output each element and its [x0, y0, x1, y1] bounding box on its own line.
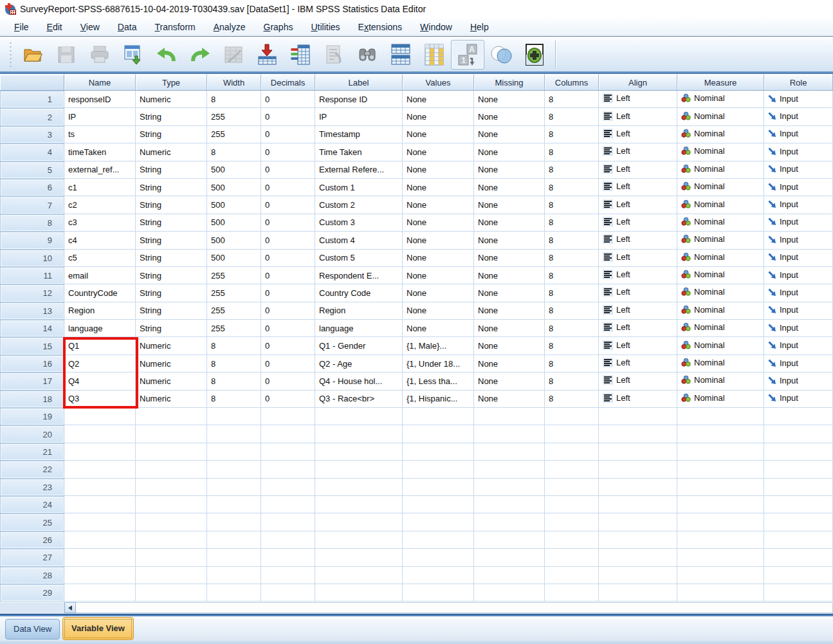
cell-label[interactable]: Q4 - House hol... — [315, 373, 403, 390]
recall-dialogs-icon[interactable] — [116, 40, 150, 69]
cell-decimals[interactable]: 0 — [261, 232, 315, 249]
cell-measure[interactable]: Nominal — [677, 337, 764, 354]
empty-cell[interactable] — [315, 513, 403, 531]
column-header-name[interactable]: Name — [64, 74, 136, 91]
empty-cell[interactable] — [677, 549, 764, 566]
empty-cell[interactable] — [136, 408, 207, 425]
cell-missing[interactable]: None — [474, 267, 545, 284]
cell-width[interactable]: 8 — [207, 337, 261, 354]
cell-values[interactable]: {1, Male}... — [403, 337, 474, 354]
cell-missing[interactable]: None — [474, 91, 545, 108]
cell-decimals[interactable]: 0 — [261, 214, 315, 232]
scroll-left-button[interactable] — [64, 602, 76, 613]
cell-values[interactable]: None — [403, 232, 474, 249]
cell-name[interactable]: ts — [64, 126, 136, 143]
cell-align[interactable]: Left — [599, 391, 677, 408]
cell-measure[interactable]: Nominal — [677, 320, 764, 337]
empty-cell[interactable] — [136, 479, 207, 496]
column-header-label[interactable]: Label — [315, 74, 403, 91]
cell-align[interactable]: Left — [599, 267, 677, 284]
empty-cell[interactable] — [403, 479, 474, 496]
cell-values[interactable]: None — [403, 284, 474, 302]
cell-measure[interactable]: Nominal — [677, 91, 764, 108]
cell-columns[interactable]: 8 — [545, 284, 599, 302]
empty-cell[interactable] — [545, 479, 599, 496]
cell-values[interactable]: None — [403, 126, 474, 143]
cell-columns[interactable]: 8 — [545, 126, 599, 143]
cell-name[interactable]: c5 — [64, 250, 136, 267]
cell-align[interactable]: Left — [599, 373, 677, 390]
cell-type[interactable]: Numeric — [136, 355, 207, 373]
empty-cell[interactable] — [599, 479, 677, 496]
empty-cell[interactable] — [677, 496, 764, 513]
cell-align[interactable]: Left — [599, 284, 677, 302]
empty-cell[interactable] — [474, 479, 545, 496]
cell-role[interactable]: Input — [764, 161, 833, 179]
menu-utilities[interactable]: Utilities — [302, 19, 349, 35]
row-number-14[interactable]: 14 — [0, 320, 64, 337]
cell-width[interactable]: 8 — [207, 373, 261, 390]
open-data-document-icon[interactable] — [16, 40, 50, 69]
undo-icon[interactable] — [150, 40, 183, 69]
cell-align[interactable]: Left — [599, 320, 677, 337]
cell-align[interactable]: Left — [599, 179, 677, 196]
empty-cell[interactable] — [677, 513, 764, 531]
value-labels-icon[interactable]: A 1 — [451, 40, 484, 69]
cell-missing[interactable]: None — [474, 214, 545, 232]
cell-missing[interactable]: None — [474, 391, 545, 408]
cell-type[interactable]: String — [136, 232, 207, 249]
empty-cell[interactable] — [677, 531, 764, 549]
cell-role[interactable]: Input — [764, 126, 833, 143]
cell-missing[interactable]: None — [474, 161, 545, 179]
cell-align[interactable]: Left — [599, 91, 677, 108]
column-header-align[interactable]: Align — [599, 74, 677, 91]
empty-cell[interactable] — [315, 408, 403, 425]
empty-cell[interactable] — [261, 496, 315, 513]
cell-width[interactable]: 8 — [207, 391, 261, 408]
row-number-24[interactable]: 24 — [0, 496, 64, 513]
column-header-type[interactable]: Type — [136, 74, 207, 91]
cell-role[interactable]: Input — [764, 143, 833, 161]
cell-align[interactable]: Left — [599, 232, 677, 249]
row-number-23[interactable]: 23 — [0, 479, 64, 496]
row-number-17[interactable]: 17 — [0, 373, 64, 390]
empty-cell[interactable] — [474, 584, 545, 602]
empty-cell[interactable] — [315, 549, 403, 566]
empty-cell[interactable] — [136, 461, 207, 478]
empty-cell[interactable] — [545, 443, 599, 461]
cell-label[interactable]: Response ID — [315, 91, 403, 108]
cell-name[interactable]: c2 — [64, 196, 136, 214]
cell-width[interactable]: 8 — [207, 143, 261, 161]
go-to-variable-icon[interactable] — [250, 40, 284, 69]
cell-missing[interactable]: None — [474, 302, 545, 320]
cell-align[interactable]: Left — [599, 250, 677, 267]
empty-cell[interactable] — [403, 513, 474, 531]
empty-cell[interactable] — [474, 513, 545, 531]
cell-name[interactable]: c1 — [64, 179, 136, 196]
empty-cell[interactable] — [315, 443, 403, 461]
empty-cell[interactable] — [64, 479, 136, 496]
cell-values[interactable]: None — [403, 143, 474, 161]
cell-width[interactable]: 255 — [207, 302, 261, 320]
row-number-10[interactable]: 10 — [0, 250, 64, 267]
cell-width[interactable]: 500 — [207, 214, 261, 232]
menu-analyze[interactable]: Analyze — [205, 19, 255, 35]
cell-name[interactable]: c4 — [64, 232, 136, 249]
cell-name[interactable]: external_ref... — [64, 161, 136, 179]
empty-cell[interactable] — [64, 549, 136, 566]
cell-values[interactable]: {1, Under 18... — [403, 355, 474, 373]
empty-cell[interactable] — [403, 584, 474, 602]
menu-graphs[interactable]: Graphs — [255, 19, 302, 35]
cell-width[interactable]: 255 — [207, 126, 261, 143]
empty-cell[interactable] — [136, 513, 207, 531]
cell-label[interactable]: language — [315, 320, 403, 337]
cell-name[interactable]: Q1 — [64, 337, 136, 354]
row-number-6[interactable]: 6 — [0, 179, 64, 196]
cell-columns[interactable]: 8 — [545, 232, 599, 249]
empty-cell[interactable] — [261, 479, 315, 496]
insert-variable-icon[interactable] — [417, 40, 451, 69]
menu-window[interactable]: Window — [411, 19, 461, 35]
cell-align[interactable]: Left — [599, 302, 677, 320]
empty-cell[interactable] — [207, 584, 261, 602]
cell-values[interactable]: None — [403, 320, 474, 337]
